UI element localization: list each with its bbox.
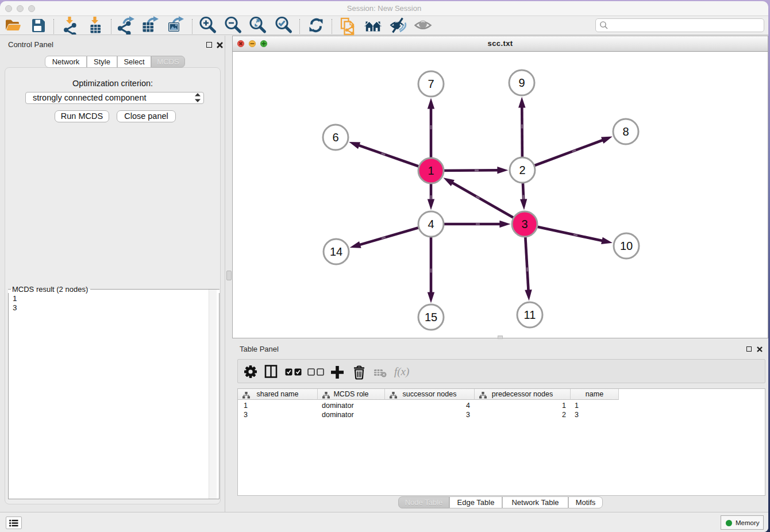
svg-text:2: 2: [519, 164, 525, 176]
svg-text:8: 8: [622, 125, 629, 138]
svg-text:4: 4: [428, 218, 434, 230]
svg-text:15: 15: [425, 311, 437, 323]
svg-text:6: 6: [332, 131, 338, 144]
svg-text:1: 1: [428, 164, 434, 177]
svg-text:3: 3: [521, 218, 528, 230]
svg-text:10: 10: [620, 240, 633, 252]
svg-text:9: 9: [518, 76, 525, 89]
svg-text:7: 7: [428, 78, 434, 90]
svg-text:14: 14: [330, 245, 342, 258]
svg-text:11: 11: [524, 309, 536, 321]
